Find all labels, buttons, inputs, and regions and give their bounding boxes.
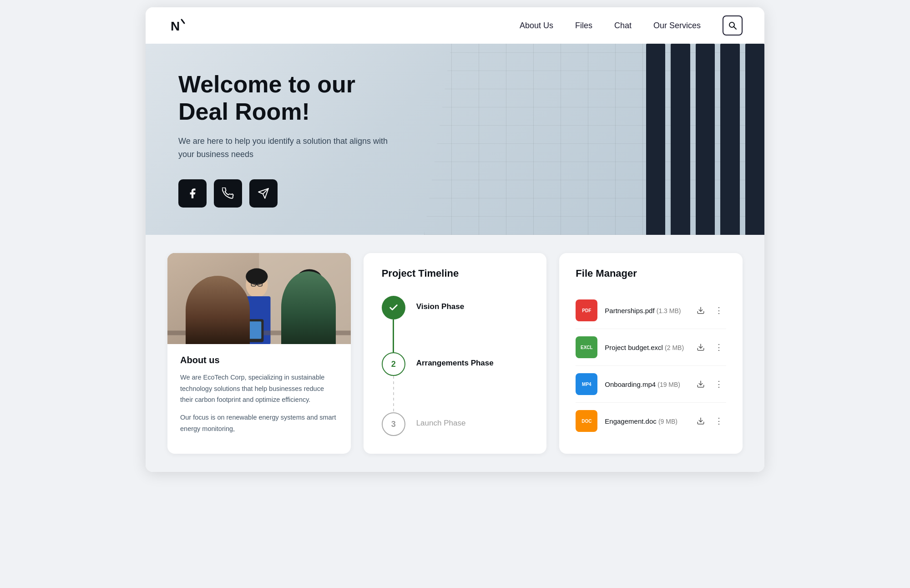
svg-rect-11 [195, 303, 232, 344]
timeline-label-launch: Launch Phase [416, 412, 466, 428]
about-text-1: We are EcoTech Corp, specializing in sus… [180, 372, 338, 406]
file-badge-mp4: MP4 [576, 373, 597, 395]
hero-bar-4 [720, 44, 739, 235]
nav-link-files[interactable]: Files [575, 21, 592, 30]
hero-title: Welcome to our Deal Room! [178, 71, 395, 126]
timeline: Vision Phase 2 Arrangements Phase 3 Laun… [382, 296, 529, 436]
logo-mark: N [167, 15, 187, 35]
file-name-budget: Project budget.excl (2 MB) [605, 344, 686, 351]
timeline-node-vision [382, 296, 405, 319]
navbar: N About Us Files Chat Our Services [146, 7, 764, 44]
timeline-card: Project Timeline Vision Phase [364, 253, 547, 454]
hero-bar-2 [671, 44, 690, 235]
svg-text:N: N [171, 19, 180, 33]
timeline-line-2 [393, 376, 394, 412]
hero-section: Welcome to our Deal Room! We are here to… [146, 44, 764, 235]
page-wrapper: N About Us Files Chat Our Services [146, 7, 764, 472]
file-name-partnerships: Partnerships.pdf (1.3 MB) [605, 307, 686, 314]
nav-link-our-services[interactable]: Our Services [653, 21, 701, 30]
search-button[interactable] [723, 15, 743, 35]
file-actions-engagement: ⋮ [693, 414, 726, 428]
svg-line-4 [734, 27, 737, 30]
file-item-budget: EXCL Project budget.excl (2 MB) ⋮ [576, 329, 726, 366]
about-text-2: Our focus is on renewable energy systems… [180, 412, 338, 434]
timeline-node-arrangements: 2 [382, 352, 405, 376]
about-card: About us We are EcoTech Corp, specializi… [167, 253, 351, 454]
timeline-item-launch: 3 Launch Phase [382, 412, 529, 436]
timeline-label-vision: Vision Phase [416, 296, 465, 311]
file-name-onboarding: Onboarding.mp4 (19 MB) [605, 380, 686, 388]
file-badge-pdf: PDF [576, 299, 597, 321]
download-button-partnerships[interactable] [693, 303, 708, 318]
timeline-line-1 [393, 319, 394, 352]
file-manager-card: File Manager PDF Partnerships.pdf (1.3 M… [559, 253, 743, 454]
download-icon [697, 343, 705, 351]
content-section: About us We are EcoTech Corp, specializi… [146, 235, 764, 472]
nav-link-about-us[interactable]: About Us [520, 21, 553, 30]
download-icon [697, 417, 705, 425]
hero-bar-3 [696, 44, 715, 235]
timeline-connector-3: 3 [382, 412, 405, 436]
file-actions-onboarding: ⋮ [693, 377, 726, 391]
download-button-onboarding[interactable] [693, 377, 708, 391]
timeline-item-arrangements: 2 Arrangements Phase [382, 352, 529, 412]
logo[interactable]: N [167, 15, 187, 35]
hero-content: Welcome to our Deal Room! We are here to… [146, 71, 428, 207]
svg-rect-24 [229, 321, 261, 339]
file-item-engagement: DOC Engagement.doc (9 MB) ⋮ [576, 403, 726, 439]
svg-point-12 [200, 277, 226, 295]
about-body: About us We are EcoTech Corp, specializi… [167, 344, 351, 447]
svg-point-21 [297, 269, 322, 289]
more-button-partnerships[interactable]: ⋮ [712, 303, 726, 318]
search-icon [728, 21, 737, 30]
timeline-card-title: Project Timeline [382, 268, 529, 279]
file-manager-title: File Manager [576, 268, 726, 279]
facebook-icon [187, 188, 198, 199]
svg-point-19 [296, 274, 323, 305]
svg-rect-9 [259, 253, 350, 344]
whatsapp-icon [222, 188, 234, 199]
svg-point-15 [246, 269, 268, 285]
nav-links: About Us Files Chat Our Services [520, 21, 701, 30]
file-item-partnerships: PDF Partnerships.pdf (1.3 MB) ⋮ [576, 292, 726, 329]
file-badge-doc: DOC [576, 410, 597, 432]
facebook-button[interactable] [178, 179, 207, 208]
telegram-button[interactable] [249, 179, 278, 208]
hero-social-buttons [178, 179, 395, 208]
timeline-label-arrangements: Arrangements Phase [416, 352, 494, 368]
file-actions-partnerships: ⋮ [693, 303, 726, 318]
hero-bar-5 [745, 44, 764, 235]
download-button-engagement[interactable] [693, 414, 708, 428]
download-icon [697, 380, 705, 388]
team-photo-svg [167, 253, 351, 344]
download-icon [697, 306, 705, 314]
file-list: PDF Partnerships.pdf (1.3 MB) ⋮ [576, 292, 726, 439]
telegram-icon [258, 188, 269, 199]
timeline-connector-2: 2 [382, 352, 405, 412]
hero-subtitle: We are here to help you identify a solut… [178, 135, 395, 161]
timeline-node-launch: 3 [382, 412, 405, 436]
file-name-engagement: Engagement.doc (9 MB) [605, 417, 686, 425]
whatsapp-button[interactable] [214, 179, 242, 208]
about-image-visual [167, 253, 351, 344]
nav-link-chat[interactable]: Chat [614, 21, 632, 30]
svg-point-10 [200, 279, 226, 309]
timeline-connector-1 [382, 296, 405, 352]
timeline-item-vision: Vision Phase [382, 296, 529, 352]
file-item-onboarding: MP4 Onboarding.mp4 (19 MB) ⋮ [576, 366, 726, 403]
more-button-engagement[interactable]: ⋮ [712, 414, 726, 428]
about-card-title: About us [180, 355, 338, 365]
file-badge-excl: EXCL [576, 336, 597, 358]
hero-bars [637, 44, 764, 235]
file-actions-budget: ⋮ [693, 340, 726, 355]
svg-rect-20 [292, 303, 327, 344]
about-image [167, 253, 351, 344]
download-button-budget[interactable] [693, 340, 708, 355]
hero-bar-1 [646, 44, 665, 235]
more-button-onboarding[interactable]: ⋮ [712, 377, 726, 391]
more-button-budget[interactable]: ⋮ [712, 340, 726, 355]
